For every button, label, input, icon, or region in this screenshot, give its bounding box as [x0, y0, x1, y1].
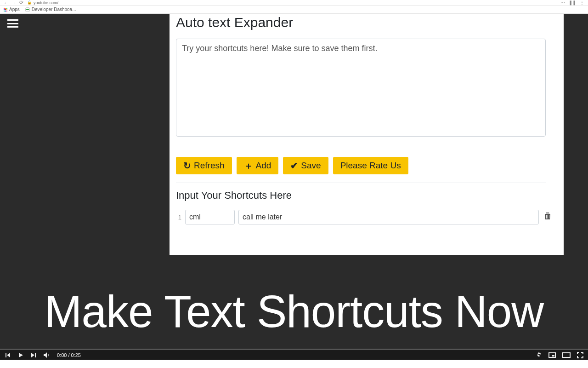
- bookmark-apps[interactable]: Apps: [4, 7, 20, 12]
- extension-popup: Auto text Expander ↻ Refresh ＋ Add ✔ Sav…: [170, 14, 564, 255]
- menu-icon[interactable]: ⋮: [580, 0, 584, 5]
- shortcut-row: 1: [176, 210, 553, 224]
- volume-button[interactable]: [43, 352, 51, 358]
- url-text: youtube.com/: [34, 0, 58, 5]
- miniplayer-icon[interactable]: [548, 352, 556, 358]
- video-overlay-text: Make Text Shortcuts Now: [0, 289, 588, 334]
- forward-icon[interactable]: →: [11, 0, 17, 6]
- pause-icon[interactable]: ❚❚: [569, 0, 576, 5]
- save-label: Save: [301, 161, 321, 171]
- add-label: Add: [256, 161, 271, 171]
- player-right-controls: [536, 352, 583, 358]
- trash-icon[interactable]: [543, 213, 553, 222]
- bookmark-dev-dashboard[interactable]: Developer Dashboa...: [25, 7, 76, 12]
- play-button[interactable]: [17, 352, 24, 358]
- previous-button[interactable]: [5, 352, 11, 358]
- webstore-icon: [25, 7, 30, 12]
- button-row: ↻ Refresh ＋ Add ✔ Save Please Rate Us: [176, 157, 557, 174]
- shortcut-key-input[interactable]: [185, 210, 235, 224]
- try-shortcuts-textarea[interactable]: [176, 39, 546, 137]
- check-icon: ✔: [290, 161, 298, 170]
- browser-toolbar: ← → ⟳ 🔒 youtube.com/ ⋯ ❚❚ ⋮: [0, 0, 588, 6]
- shortcuts-section-title: Input Your Shortcuts Here: [176, 190, 557, 201]
- reload-icon[interactable]: ⟳: [19, 0, 23, 6]
- bookmark-apps-label: Apps: [9, 7, 20, 12]
- lock-icon: 🔒: [27, 0, 32, 5]
- video-player-controls: 0:00 / 0:25: [0, 350, 588, 360]
- extension-icon[interactable]: ⋯: [560, 0, 565, 5]
- popup-title: Auto text Expander: [176, 15, 557, 30]
- hamburger-menu-icon[interactable]: [7, 19, 18, 28]
- row-number: 1: [176, 214, 181, 221]
- add-button[interactable]: ＋ Add: [237, 157, 279, 174]
- apps-grid-icon: [4, 8, 7, 12]
- progress-bar[interactable]: [0, 349, 588, 350]
- refresh-button[interactable]: ↻ Refresh: [176, 157, 232, 174]
- address-bar[interactable]: 🔒 youtube.com/: [27, 0, 58, 5]
- theater-icon[interactable]: [562, 352, 571, 358]
- back-icon[interactable]: ←: [4, 0, 9, 6]
- bookmark-dev-label: Developer Dashboa...: [32, 7, 76, 12]
- trash-svg: [544, 213, 551, 220]
- settings-icon[interactable]: [536, 352, 542, 358]
- rate-us-button[interactable]: Please Rate Us: [333, 157, 408, 174]
- nav-icons: ← → ⟳: [4, 0, 23, 6]
- rate-label: Please Rate Us: [340, 161, 401, 171]
- bookmarks-bar: Apps Developer Dashboa...: [0, 6, 588, 14]
- refresh-label: Refresh: [194, 161, 225, 171]
- refresh-icon: ↻: [183, 161, 191, 170]
- next-button[interactable]: [30, 352, 37, 358]
- plus-icon: ＋: [244, 161, 253, 170]
- divider: [176, 183, 546, 183]
- video-viewport: Auto text Expander ↻ Refresh ＋ Add ✔ Sav…: [0, 14, 588, 360]
- fullscreen-icon[interactable]: [577, 352, 583, 358]
- shortcut-value-input[interactable]: [238, 210, 539, 224]
- save-button[interactable]: ✔ Save: [283, 157, 328, 174]
- playback-time: 0:00 / 0:25: [57, 352, 81, 358]
